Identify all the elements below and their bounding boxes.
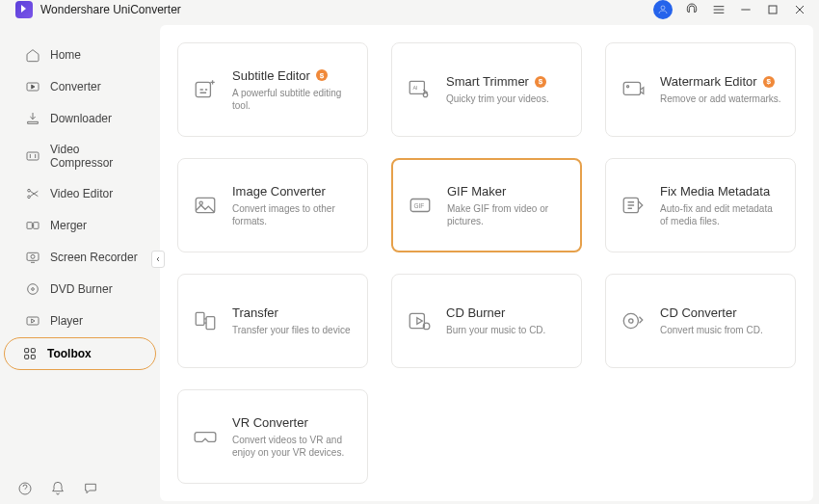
sidebar-item-label: Player (50, 314, 83, 328)
sidebar-item-home[interactable]: Home (8, 40, 152, 70)
svg-point-27 (423, 93, 427, 96)
tool-gif-maker[interactable]: GIF GIF Maker Make GIF from video or pic… (391, 158, 582, 252)
svg-point-40 (629, 319, 633, 323)
sidebar-item-label: Video Compressor (50, 143, 143, 170)
tool-fix-metadata[interactable]: Fix Media Metadata Auto-fix and edit met… (605, 158, 796, 252)
sidebar: Home Converter Downloader Video Compress… (0, 19, 160, 504)
svg-rect-19 (25, 349, 29, 353)
vr-icon (192, 423, 219, 450)
gif-icon: GIF (407, 192, 434, 219)
tool-title: Transfer (232, 305, 278, 320)
close-icon[interactable] (792, 2, 807, 17)
svg-text:GIF: GIF (414, 202, 425, 209)
tool-image-converter[interactable]: Image Converter Convert images to other … (177, 158, 368, 252)
support-icon[interactable] (684, 2, 700, 17)
tool-desc: Make GIF from video or pictures. (447, 202, 567, 227)
tool-title: Image Converter (232, 184, 326, 199)
tool-watermark-editor[interactable]: Watermark Editor Remove or add watermark… (605, 42, 796, 137)
feedback-icon[interactable] (83, 481, 98, 496)
svg-point-15 (31, 254, 35, 258)
tool-title: CD Converter (660, 305, 736, 320)
sidebar-bottom-bar (0, 470, 160, 504)
svg-rect-24 (196, 82, 210, 96)
tool-title: CD Burner (446, 305, 505, 320)
sidebar-item-video-editor[interactable]: Video Editor (8, 178, 152, 209)
sidebar-item-merger[interactable]: Merger (8, 210, 152, 241)
svg-text:AI: AI (413, 85, 418, 91)
transfer-icon (192, 307, 219, 334)
merger-icon (25, 218, 40, 233)
disc-icon (25, 281, 40, 297)
tool-desc: Remove or add watermarks. (660, 93, 781, 105)
tool-desc: A powerful subtitle editing tool. (232, 87, 354, 112)
menu-icon[interactable] (711, 2, 727, 17)
sidebar-item-video-compressor[interactable]: Video Compressor (8, 135, 152, 177)
header-right (653, 0, 807, 19)
svg-point-29 (627, 86, 629, 88)
svg-rect-13 (34, 223, 39, 229)
sidebar-item-label: Toolbox (47, 347, 92, 360)
account-icon[interactable] (653, 0, 673, 19)
premium-badge-icon (535, 76, 546, 88)
tool-subtitle-editor[interactable]: Subtitle Editor A powerful subtitle edit… (177, 42, 368, 137)
tool-title: Fix Media Metadata (660, 184, 770, 199)
help-icon[interactable] (17, 481, 33, 496)
trimmer-icon: AI (406, 76, 433, 103)
svg-rect-28 (623, 82, 640, 94)
tool-cd-converter[interactable]: CD Converter Convert music from CD. (605, 274, 796, 368)
compressor-icon (25, 148, 40, 164)
download-icon (25, 111, 40, 126)
sidebar-item-screen-recorder[interactable]: Screen Recorder (8, 242, 152, 273)
svg-rect-21 (25, 355, 29, 358)
tool-desc: Transfer your files to device (232, 324, 350, 336)
premium-badge-icon (316, 69, 328, 81)
cd-burner-icon (406, 307, 433, 334)
svg-point-10 (28, 189, 31, 192)
sidebar-item-player[interactable]: Player (8, 305, 152, 336)
maximize-icon[interactable] (765, 2, 780, 17)
app-title: Wondershare UniConverter (40, 3, 181, 16)
svg-point-17 (32, 288, 35, 291)
recorder-icon (25, 250, 40, 265)
tool-title: Watermark Editor (660, 74, 757, 89)
tool-desc: Convert music from CD. (660, 324, 763, 336)
nav-list: Home Converter Downloader Video Compress… (0, 39, 160, 470)
sidebar-item-label: Downloader (50, 112, 112, 125)
tool-title: GIF Maker (447, 184, 506, 199)
sidebar-item-label: Merger (50, 219, 87, 232)
tool-title: VR Converter (232, 415, 308, 430)
tool-smart-trimmer[interactable]: AI Smart Trimmer Quicky trim your videos… (391, 42, 582, 137)
tool-desc: Burn your music to CD. (446, 324, 545, 336)
svg-point-11 (28, 196, 31, 199)
sidebar-item-label: Converter (50, 80, 101, 93)
sidebar-item-toolbox[interactable]: Toolbox (4, 337, 156, 370)
sidebar-item-converter[interactable]: Converter (8, 71, 152, 102)
watermark-icon (620, 76, 647, 103)
cd-converter-icon (620, 307, 647, 334)
metadata-icon (620, 192, 647, 219)
svg-point-39 (623, 313, 638, 328)
tool-vr-converter[interactable]: VR Converter Convert videos to VR and en… (177, 389, 368, 484)
title-bar: Wondershare UniConverter (0, 0, 819, 19)
header-left: Wondershare UniConverter (15, 1, 181, 18)
app-logo-icon (15, 1, 33, 18)
svg-point-0 (661, 6, 665, 10)
sidebar-item-downloader[interactable]: Downloader (8, 103, 152, 134)
svg-rect-9 (27, 152, 39, 160)
minimize-icon[interactable] (738, 2, 753, 17)
scissors-icon (25, 186, 40, 201)
svg-point-31 (199, 201, 202, 204)
converter-icon (25, 79, 40, 94)
svg-rect-20 (31, 349, 35, 353)
tool-cd-burner[interactable]: CD Burner Burn your music to CD. (391, 274, 582, 368)
home-icon (25, 47, 40, 63)
bell-icon[interactable] (50, 481, 66, 496)
sidebar-collapse-toggle[interactable] (151, 251, 165, 268)
tool-desc: Quicky trim your videos. (446, 93, 549, 105)
sidebar-item-label: Screen Recorder (50, 251, 138, 264)
tool-transfer[interactable]: Transfer Transfer your files to device (177, 274, 368, 368)
tool-desc: Convert videos to VR and enjoy on your V… (232, 434, 354, 459)
svg-rect-18 (27, 317, 39, 325)
sidebar-item-dvd-burner[interactable]: DVD Burner (8, 274, 152, 305)
svg-rect-22 (31, 355, 35, 358)
